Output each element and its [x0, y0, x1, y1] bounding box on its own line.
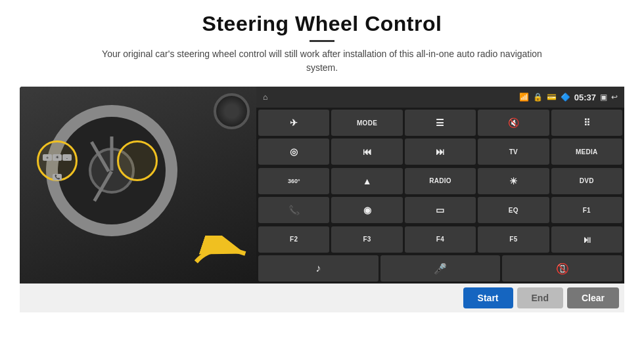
page-wrapper: Steering Wheel Control Your original car… [0, 0, 644, 357]
btn-phone[interactable]: 📞 [258, 197, 329, 223]
page-title: Steering Wheel Control [92, 12, 552, 36]
btn-dvd[interactable]: DVD [551, 168, 622, 194]
back-icon: ↩ [611, 93, 618, 102]
home-icon: ⌂ [263, 93, 267, 102]
btn-call-end[interactable]: 📵 [502, 255, 622, 282]
btn-music[interactable]: ♪ [258, 255, 379, 282]
btn-next[interactable]: ⏭ [405, 138, 476, 165]
bluetooth-icon: 🔷 [561, 93, 570, 102]
btn-radio[interactable]: RADIO [405, 168, 476, 194]
title-section: Steering Wheel Control Your original car… [92, 12, 552, 75]
wheel-btn-3: - [62, 154, 72, 161]
btn-brightness[interactable]: ☀ [478, 168, 549, 194]
status-bar: ⌂ 📶 🔒 💳 🔷 05:37 ▣ ↩ [256, 87, 624, 108]
btn-tv[interactable]: TV [478, 138, 549, 165]
btn-nav[interactable]: ✈ [258, 110, 329, 136]
btn-screen[interactable]: ▭ [405, 197, 476, 223]
wheel-btn-2: ☀ [53, 154, 62, 161]
yellow-arrow [191, 236, 256, 272]
button-grid: ✈ MODE ☰ 🔇 ⠿ ◎ ⏮ ⏭ TV MEDIA 360° ▲ RADIO… [256, 108, 624, 255]
wifi-icon: 📶 [519, 93, 529, 102]
btn-f1[interactable]: F1 [551, 197, 622, 223]
arrow-svg [191, 236, 256, 272]
btn-mic[interactable]: 🎤 [380, 255, 501, 282]
windows-icon: ▣ [600, 93, 607, 102]
btn-mode[interactable]: MODE [331, 110, 402, 136]
btn-gps[interactable]: ◉ [331, 197, 402, 223]
btn-media[interactable]: MEDIA [551, 138, 622, 165]
title-divider [310, 40, 334, 42]
btn-360[interactable]: 360° [258, 168, 329, 194]
wheel-btn-4: 📞 [53, 174, 62, 180]
time-display: 05:37 [574, 93, 596, 102]
wheel-btn-1: + [43, 154, 52, 161]
content-row: + ☀ - 📞 [20, 87, 624, 284]
btn-f3[interactable]: F3 [331, 226, 402, 253]
end-button[interactable]: End [517, 287, 563, 308]
steering-wheel-image: + ☀ - 📞 [20, 87, 256, 284]
btn-apps[interactable]: ⠿ [551, 110, 622, 136]
highlight-circle-right [117, 140, 158, 181]
clear-button[interactable]: Clear [567, 287, 619, 308]
btn-f2[interactable]: F2 [258, 226, 329, 253]
sd-icon: 💳 [547, 93, 557, 102]
spoke-1 [110, 136, 114, 171]
start-button[interactable]: Start [463, 287, 513, 308]
music-row: ♪ 🎤 📵 [256, 255, 624, 284]
status-right: 📶 🔒 💳 🔷 05:37 ▣ ↩ [519, 93, 618, 102]
page-subtitle: Your original car's steering wheel contr… [92, 47, 552, 75]
dashboard-bg: + ☀ - 📞 [20, 87, 256, 284]
btn-eq[interactable]: EQ [478, 197, 549, 223]
gauge-circle [214, 93, 250, 129]
btn-f5[interactable]: F5 [478, 226, 549, 253]
btn-settings[interactable]: ◎ [258, 138, 329, 165]
btn-f4[interactable]: F4 [405, 226, 476, 253]
btn-playpause[interactable]: ⏯ [551, 226, 622, 253]
bottom-bar: Start End Clear [20, 284, 624, 312]
status-left: ⌂ [263, 93, 267, 102]
lock-icon: 🔒 [533, 93, 543, 102]
gauge-area [197, 93, 250, 133]
btn-list[interactable]: ☰ [405, 110, 476, 136]
btn-eject[interactable]: ▲ [331, 168, 402, 194]
btn-mute[interactable]: 🔇 [478, 110, 549, 136]
btn-prev[interactable]: ⏮ [331, 138, 402, 165]
wheel-buttons-left: + ☀ - 📞 [38, 148, 76, 186]
button-panel: ⌂ 📶 🔒 💳 🔷 05:37 ▣ ↩ ✈ MODE ☰ 🔇 [256, 87, 624, 284]
